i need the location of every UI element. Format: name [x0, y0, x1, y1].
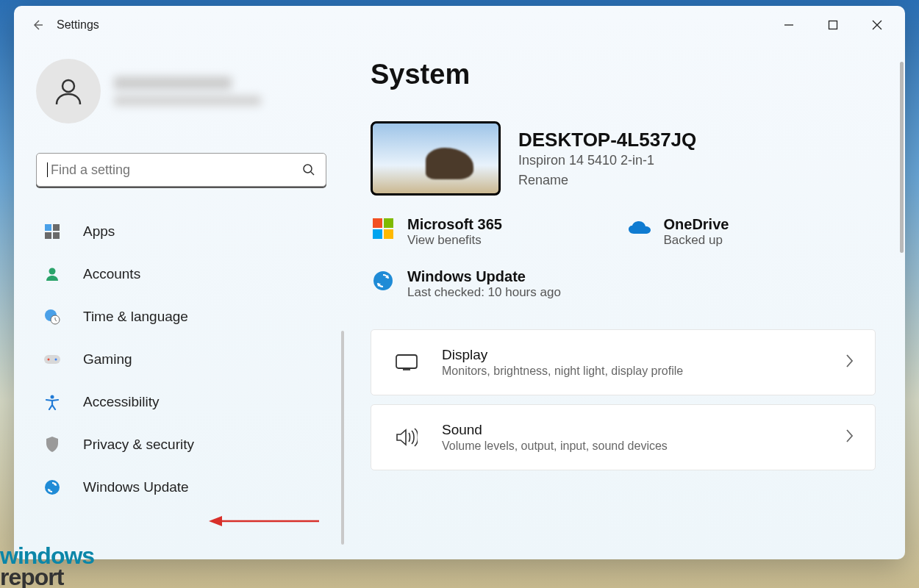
- sidebar-item-apps[interactable]: Apps: [36, 213, 319, 250]
- status-windows-update[interactable]: Windows Update Last checked: 10 hours ag…: [371, 268, 620, 300]
- status-grid: Microsoft 365 View benefits OneDrive Bac…: [371, 216, 876, 300]
- close-button[interactable]: [855, 10, 899, 40]
- watermark-line2: report: [0, 567, 94, 588]
- sidebar-item-label: Apps: [83, 223, 115, 240]
- main-scrollbar[interactable]: [900, 62, 904, 253]
- sidebar-item-label: Accounts: [83, 266, 140, 282]
- rename-link[interactable]: Rename: [518, 173, 568, 188]
- card-title: Display: [442, 347, 683, 363]
- sidebar-item-label: Gaming: [83, 351, 132, 368]
- svg-point-15: [55, 359, 57, 361]
- svg-point-3: [304, 165, 312, 173]
- minimize-button[interactable]: [767, 10, 811, 40]
- search-caret: [47, 162, 48, 177]
- shield-icon: [45, 436, 60, 453]
- page-title: System: [371, 59, 876, 90]
- card-sound[interactable]: Sound Volume levels, output, input, soun…: [371, 404, 876, 470]
- gamepad-icon: [43, 352, 61, 367]
- back-button[interactable]: [24, 12, 51, 38]
- svg-rect-7: [45, 232, 51, 239]
- update-icon: [44, 479, 60, 495]
- svg-rect-21: [384, 229, 393, 239]
- status-title: Windows Update: [407, 268, 561, 285]
- watermark: windows report: [0, 545, 94, 588]
- card-title: Sound: [442, 422, 668, 438]
- settings-cards: Display Monitors, brightness, night ligh…: [371, 329, 876, 470]
- device-model: Inspiron 14 5410 2-in-1: [518, 153, 696, 168]
- device-name: DESKTOP-4L537JQ: [518, 129, 696, 151]
- arrow-left-icon: [31, 18, 44, 32]
- card-display[interactable]: Display Monitors, brightness, night ligh…: [371, 329, 876, 395]
- maximize-icon: [828, 20, 838, 30]
- svg-rect-8: [53, 232, 60, 239]
- search-field[interactable]: [36, 153, 326, 187]
- svg-rect-5: [45, 224, 51, 231]
- svg-rect-13: [44, 355, 60, 364]
- device-wallpaper-thumb[interactable]: [371, 121, 501, 196]
- sidebar-item-label: Accessibility: [83, 394, 159, 410]
- status-microsoft-365[interactable]: Microsoft 365 View benefits: [371, 216, 620, 248]
- search-input[interactable]: [51, 162, 302, 178]
- close-icon: [872, 20, 882, 30]
- svg-rect-1: [829, 21, 837, 29]
- sidebar: Apps Accounts Time & language Gaming Acc…: [14, 44, 341, 559]
- card-sub: Volume levels, output, input, sound devi…: [442, 440, 668, 453]
- accounts-icon: [44, 266, 60, 282]
- sidebar-item-time-language[interactable]: Time & language: [36, 298, 319, 335]
- accessibility-icon: [44, 394, 60, 410]
- svg-point-14: [48, 359, 50, 361]
- settings-window: Settings: [14, 6, 905, 559]
- status-sub: Last checked: 10 hours ago: [407, 285, 561, 300]
- device-summary: DESKTOP-4L537JQ Inspiron 14 5410 2-in-1 …: [371, 121, 876, 196]
- svg-rect-23: [396, 355, 417, 368]
- svg-point-2: [62, 80, 74, 92]
- svg-rect-6: [53, 224, 60, 231]
- sidebar-item-label: Windows Update: [83, 479, 189, 495]
- profile-text: [114, 76, 261, 106]
- sidebar-item-label: Time & language: [83, 309, 188, 325]
- maximize-button[interactable]: [811, 10, 855, 40]
- sidebar-item-windows-update[interactable]: Windows Update: [36, 469, 319, 506]
- svg-rect-20: [373, 229, 382, 239]
- chevron-right-icon: [844, 353, 854, 369]
- status-onedrive[interactable]: OneDrive Backed up: [627, 216, 876, 248]
- apps-icon: [44, 223, 60, 240]
- content-area: Apps Accounts Time & language Gaming Acc…: [14, 44, 905, 559]
- sidebar-nav: Apps Accounts Time & language Gaming Acc…: [36, 213, 319, 506]
- svg-line-4: [311, 172, 314, 175]
- svg-point-16: [51, 395, 54, 399]
- sidebar-item-accessibility[interactable]: Accessibility: [36, 384, 319, 420]
- person-icon: [52, 75, 85, 107]
- sound-icon: [396, 428, 418, 447]
- svg-point-17: [45, 480, 60, 495]
- svg-rect-18: [373, 218, 382, 228]
- sidebar-item-accounts[interactable]: Accounts: [36, 256, 319, 293]
- sidebar-item-label: Privacy & security: [83, 437, 194, 453]
- display-icon: [396, 354, 418, 370]
- microsoft-icon: [373, 218, 393, 239]
- minimize-icon: [784, 20, 794, 30]
- status-title: OneDrive: [664, 216, 729, 233]
- window-controls: [767, 10, 899, 40]
- status-sub: View benefits: [407, 233, 502, 248]
- status-sub: Backed up: [664, 233, 729, 248]
- svg-point-22: [373, 271, 393, 290]
- device-info: DESKTOP-4L537JQ Inspiron 14 5410 2-in-1 …: [518, 129, 696, 188]
- titlebar: Settings: [14, 6, 905, 44]
- status-title: Microsoft 365: [407, 216, 502, 233]
- card-sub: Monitors, brightness, night light, displ…: [442, 365, 683, 378]
- update-circle-icon: [372, 270, 394, 292]
- chevron-right-icon: [844, 428, 854, 444]
- onedrive-icon: [628, 220, 651, 237]
- main-panel: System DESKTOP-4L537JQ Inspiron 14 5410 …: [341, 44, 905, 559]
- profile-block[interactable]: [36, 59, 319, 123]
- app-title: Settings: [57, 18, 99, 32]
- sidebar-item-gaming[interactable]: Gaming: [36, 341, 319, 378]
- sidebar-item-privacy-security[interactable]: Privacy & security: [36, 426, 319, 463]
- svg-rect-19: [384, 218, 393, 228]
- globe-clock-icon: [43, 308, 61, 326]
- avatar: [36, 59, 101, 123]
- search-icon: [302, 163, 315, 176]
- svg-point-9: [49, 268, 56, 275]
